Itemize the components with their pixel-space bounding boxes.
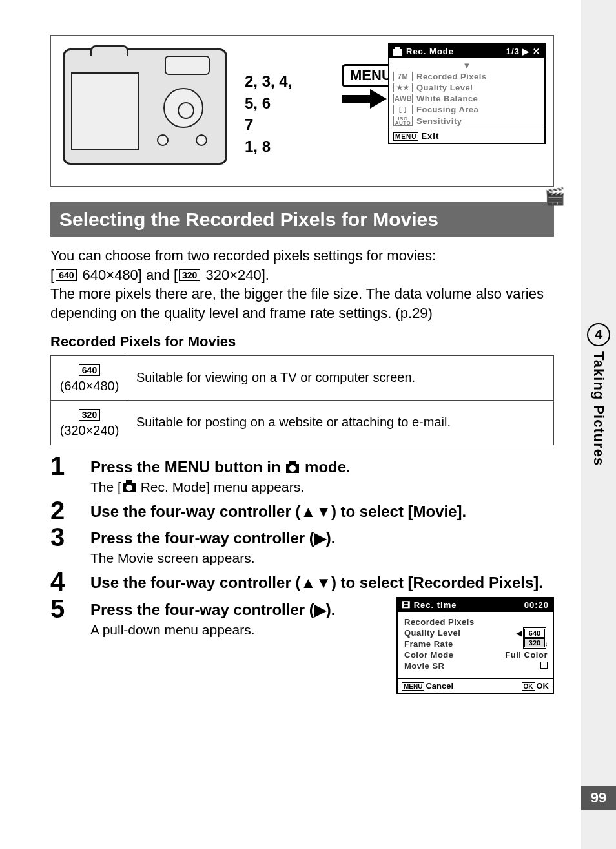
table-row: 320(320×240) Suitable for posting on a w… [51, 400, 554, 445]
top-diagram: 2, 3, 4, 5, 6 7 1, 8 MENU Rec. Mode 1/3 … [50, 35, 554, 187]
rec-mode-page-indicator: 1/3 ▶ ✕ [506, 47, 540, 56]
callout-line-2: 5, 6 [245, 92, 292, 114]
pixels-table: 640(640×480) Suitable for viewing on a T… [50, 355, 554, 445]
chip-320: 320 [179, 269, 200, 281]
movie-icon: 🎬 [544, 187, 565, 207]
chapter-tab: 4 Taking Pictures [586, 323, 611, 468]
menu-item: AWBWhite Balance [393, 94, 540, 103]
menu-item: ISO AUTOSensitivity [393, 116, 540, 126]
camera-icon [286, 464, 299, 473]
rec-mode-title: Rec. Mode [406, 47, 454, 56]
menu-item: [ ]Focusing Area [393, 105, 540, 114]
callout-line-1: 2, 3, 4, [245, 70, 292, 92]
table-heading: Recorded Pixels for Movies [50, 333, 554, 350]
menu-item: ★★Quality Level [393, 83, 540, 92]
callout-line-4: 1, 8 [245, 136, 292, 158]
step-3: Press the four-way controller (▶). The M… [50, 528, 554, 566]
chapter-number: 4 [587, 323, 610, 346]
page-number: 99 [581, 786, 616, 810]
camera-icon [123, 483, 136, 492]
menu-exit: MENUExit [389, 129, 544, 143]
section-heading: Selecting the Recorded Pixels for Movies [50, 202, 554, 237]
step-4: Use the four-way controller (▲▼) to sele… [50, 572, 554, 592]
movie-settings-menu: 🎞 Rec. time 00:20 Recorded Pixels Qualit… [396, 597, 554, 694]
step-1: Press the MENU button in mode. The [ Rec… [50, 457, 554, 495]
checkbox-icon [540, 662, 548, 669]
table-row: 640(640×480) Suitable for viewing on a T… [51, 355, 554, 400]
intro-text: You can choose from two recorded pixels … [50, 246, 554, 323]
callout-labels: 2, 3, 4, 5, 6 7 1, 8 [245, 70, 292, 157]
step-5: Press the four-way controller (▶). A pul… [50, 600, 554, 638]
pixels-dropdown: 640 320 [523, 627, 546, 649]
arrow-icon [342, 91, 389, 107]
chip-640: 640 [56, 269, 77, 281]
menu-item: 7MRecorded Pixels [393, 72, 540, 81]
callout-line-3: 7 [245, 114, 292, 136]
camera-illustration [63, 48, 227, 165]
rec-mode-menu: Rec. Mode 1/3 ▶ ✕ ▼ 7MRecorded Pixels ★★… [388, 43, 546, 144]
camera-icon [393, 49, 402, 56]
chapter-title: Taking Pictures [590, 351, 607, 466]
step-2: Use the four-way controller (▲▼) to sele… [50, 501, 554, 521]
